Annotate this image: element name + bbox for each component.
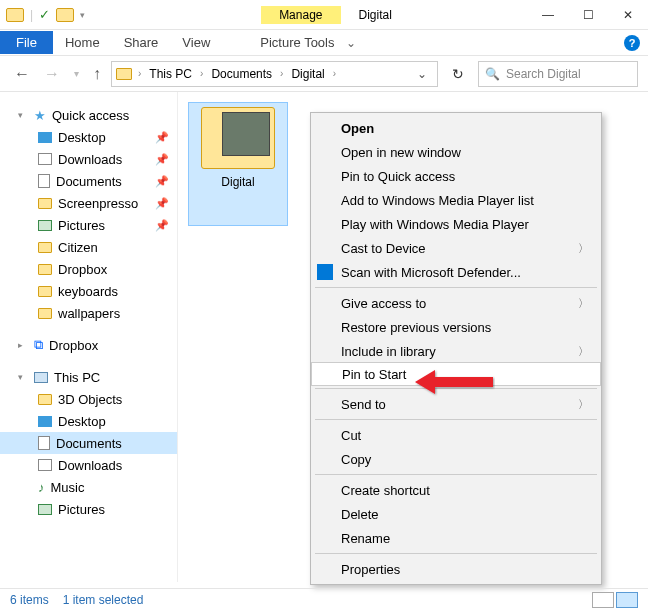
close-button[interactable]: ✕ <box>608 0 648 30</box>
nav-citizen[interactable]: Citizen <box>0 236 177 258</box>
folder-item-digital[interactable]: Digital <box>188 102 288 226</box>
view-toggles <box>592 592 638 608</box>
submenu-arrow-icon: 〉 <box>578 397 589 412</box>
menu-delete[interactable]: Delete <box>311 502 601 526</box>
menu-open-new-window[interactable]: Open in new window <box>311 140 601 164</box>
nav-documents2[interactable]: Documents <box>0 432 177 454</box>
chevron-right-icon[interactable]: › <box>276 68 287 79</box>
nav-label: Screenpresso <box>58 196 138 211</box>
menu-restore-versions[interactable]: Restore previous versions <box>311 315 601 339</box>
menu-pin-quick-access[interactable]: Pin to Quick access <box>311 164 601 188</box>
menu-create-shortcut[interactable]: Create shortcut <box>311 478 601 502</box>
view-tab[interactable]: View <box>170 31 222 54</box>
forward-button[interactable]: → <box>40 65 64 83</box>
help-icon[interactable]: ? <box>624 35 640 51</box>
nav-pictures2[interactable]: Pictures <box>0 498 177 520</box>
nav-this-pc[interactable]: ▾This PC <box>0 366 177 388</box>
menu-cut[interactable]: Cut <box>311 423 601 447</box>
folder-label: Digital <box>193 175 283 189</box>
chevron-right-icon[interactable]: › <box>329 68 340 79</box>
nav-label: Pictures <box>58 502 105 517</box>
documents-icon <box>38 174 50 188</box>
check-icon[interactable]: ✓ <box>39 7 50 22</box>
menu-add-wmp[interactable]: Add to Windows Media Player list <box>311 188 601 212</box>
menu-cast-to-device[interactable]: Cast to Device〉 <box>311 236 601 260</box>
picture-tools-tab[interactable]: Picture Tools <box>248 31 346 54</box>
nav-pictures[interactable]: Pictures📌 <box>0 214 177 236</box>
pin-icon: 📌 <box>155 197 169 210</box>
menu-include-library[interactable]: Include in library〉 <box>311 339 601 363</box>
file-tab[interactable]: File <box>0 31 53 54</box>
menu-send-to[interactable]: Send to〉 <box>311 392 601 416</box>
nav-label: Citizen <box>58 240 98 255</box>
music-icon: ♪ <box>38 480 45 495</box>
breadcrumb-documents[interactable]: Documents <box>209 67 274 81</box>
menu-play-wmp[interactable]: Play with Windows Media Player <box>311 212 601 236</box>
share-tab[interactable]: Share <box>112 31 171 54</box>
pin-icon: 📌 <box>155 175 169 188</box>
pin-icon: 📌 <box>155 153 169 166</box>
breadcrumb-this-pc[interactable]: This PC <box>147 67 194 81</box>
nav-label: Quick access <box>52 108 129 123</box>
downloads-icon <box>38 459 52 471</box>
nav-dropbox[interactable]: Dropbox <box>0 258 177 280</box>
divider: | <box>30 8 33 22</box>
search-icon: 🔍 <box>485 67 500 81</box>
chevron-right-icon[interactable]: › <box>134 68 145 79</box>
details-view-button[interactable] <box>592 592 614 608</box>
refresh-button[interactable]: ↻ <box>444 66 472 82</box>
nav-label: Downloads <box>58 152 122 167</box>
desktop-icon <box>38 132 52 143</box>
menu-open[interactable]: Open <box>311 116 601 140</box>
address-dropdown-icon[interactable]: ⌄ <box>411 67 433 81</box>
folder-icon <box>38 286 52 297</box>
desktop-icon <box>38 416 52 427</box>
pictures-icon <box>38 220 52 231</box>
nav-documents[interactable]: Documents📌 <box>0 170 177 192</box>
qat-dropdown-icon[interactable]: ▾ <box>80 10 85 20</box>
back-button[interactable]: ← <box>10 65 34 83</box>
search-box[interactable]: 🔍 Search Digital <box>478 61 638 87</box>
menu-properties[interactable]: Properties <box>311 557 601 581</box>
nav-label: Dropbox <box>49 338 98 353</box>
chevron-right-icon[interactable]: › <box>196 68 207 79</box>
thumbnails-view-button[interactable] <box>616 592 638 608</box>
nav-desktop[interactable]: Desktop📌 <box>0 126 177 148</box>
maximize-button[interactable]: ☐ <box>568 0 608 30</box>
menu-pin-to-start[interactable]: Pin to Start <box>311 362 601 386</box>
nav-label: Downloads <box>58 458 122 473</box>
nav-quick-access[interactable]: ▾★Quick access <box>0 104 177 126</box>
home-tab[interactable]: Home <box>53 31 112 54</box>
nav-wallpapers[interactable]: wallpapers <box>0 302 177 324</box>
menu-scan-defender[interactable]: Scan with Microsoft Defender... <box>311 260 601 284</box>
nav-3d-objects[interactable]: 3D Objects <box>0 388 177 410</box>
nav-dropbox-root[interactable]: ▸⧉Dropbox <box>0 334 177 356</box>
folder-icon <box>56 8 74 22</box>
menu-give-access[interactable]: Give access to〉 <box>311 291 601 315</box>
nav-desktop2[interactable]: Desktop <box>0 410 177 432</box>
menu-rename[interactable]: Rename <box>311 526 601 550</box>
nav-downloads[interactable]: Downloads📌 <box>0 148 177 170</box>
nav-downloads2[interactable]: Downloads <box>0 454 177 476</box>
downloads-icon <box>38 153 52 165</box>
title-bar: | ✓ ▾ Manage Digital — ☐ ✕ <box>0 0 648 30</box>
pin-icon: 📌 <box>155 131 169 144</box>
up-button[interactable]: ↑ <box>89 65 105 83</box>
ribbon-collapse-icon[interactable]: ⌄ <box>346 36 356 50</box>
submenu-arrow-icon: 〉 <box>578 344 589 359</box>
dropbox-icon: ⧉ <box>34 337 43 353</box>
pin-icon: 📌 <box>155 219 169 232</box>
nav-label: keyboards <box>58 284 118 299</box>
nav-label: Music <box>51 480 85 495</box>
menu-copy[interactable]: Copy <box>311 447 601 471</box>
nav-music[interactable]: ♪Music <box>0 476 177 498</box>
breadcrumb-digital[interactable]: Digital <box>289 67 326 81</box>
minimize-button[interactable]: — <box>528 0 568 30</box>
address-bar[interactable]: › This PC › Documents › Digital › ⌄ <box>111 61 438 87</box>
manage-tab-label: Manage <box>261 6 340 24</box>
recent-dropdown-icon[interactable]: ▾ <box>70 68 83 79</box>
nav-keyboards[interactable]: keyboards <box>0 280 177 302</box>
nav-screenpresso[interactable]: Screenpresso📌 <box>0 192 177 214</box>
quick-access-toolbar: | ✓ ▾ <box>0 7 91 22</box>
documents-icon <box>38 436 50 450</box>
